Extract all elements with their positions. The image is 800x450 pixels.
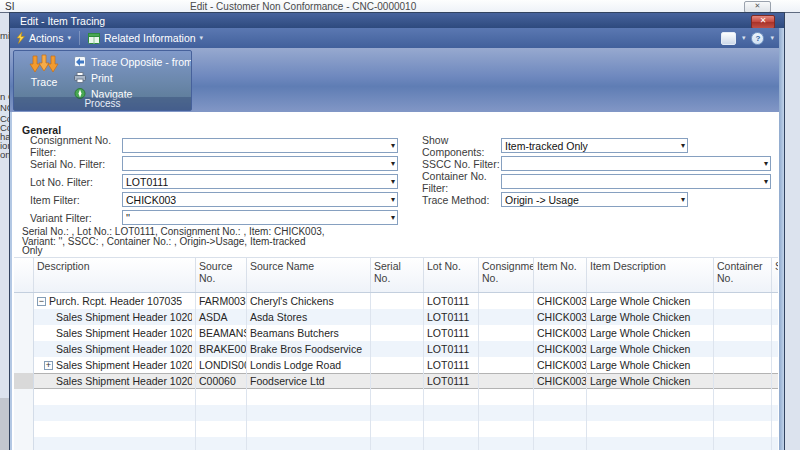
table-cell (772, 357, 778, 373)
table-cell (534, 405, 587, 421)
table-cell: FARM003 (196, 293, 247, 309)
column-header[interactable]: Container No. (714, 258, 772, 292)
table-cell (714, 309, 772, 325)
table-row[interactable]: Sales Shipment Header 102043C00060Foodse… (14, 373, 778, 389)
dropdown-arrow-icon[interactable]: ▾ (681, 195, 685, 204)
table-cell (714, 325, 772, 341)
close-button[interactable]: ✕ (751, 15, 775, 29)
chevron-down-icon[interactable]: ▾ (742, 34, 746, 42)
dropdown-arrow-icon[interactable]: ▾ (391, 213, 395, 222)
choose-pane-icon[interactable] (721, 32, 736, 45)
description-text: Sales Shipment Header 102041 (56, 343, 192, 355)
field-value: Item-tracked Only (505, 140, 588, 152)
filter-input[interactable]: Item-tracked Only▾ (501, 138, 688, 153)
dropdown-arrow-icon[interactable]: ▾ (764, 177, 768, 186)
table-cell (479, 421, 534, 437)
table-cell (772, 437, 778, 450)
table-cell: BRAKE001 (196, 341, 247, 357)
row-indicator (14, 389, 34, 405)
table-cell: Asda Stores (247, 309, 371, 325)
expand-icon[interactable]: + (44, 361, 53, 370)
table-cell (479, 325, 534, 341)
dropdown-arrow-icon[interactable]: ▾ (764, 159, 768, 168)
dropdown-arrow-icon[interactable]: ▾ (391, 141, 395, 150)
table-cell (371, 357, 424, 373)
column-header[interactable]: Lot No. (424, 258, 479, 292)
table-cell (424, 389, 479, 405)
table-row[interactable]: Sales Shipment Header 102039ASDAAsda Sto… (14, 309, 778, 325)
column-header[interactable]: Description (34, 258, 196, 292)
menu-separator (79, 31, 80, 45)
table-cell: LOT0111 (424, 341, 479, 357)
help-icon[interactable]: ? (751, 32, 764, 45)
item-tracing-window: Edit - Item Tracing ✕ Actions ▾ Related … (10, 13, 784, 450)
filter-input[interactable]: ▾ (122, 138, 398, 153)
empty-row (14, 389, 778, 405)
column-header[interactable]: Source Name (247, 258, 371, 292)
description-text: Purch. Rcpt. Header 107035 (49, 295, 182, 307)
column-header[interactable]: Serial No. (371, 258, 424, 292)
table-cell (587, 421, 714, 437)
filter-input[interactable]: ▾ (501, 156, 771, 171)
table-cell (371, 421, 424, 437)
table-cell (247, 389, 371, 405)
field-label: Container No. Filter: (422, 170, 501, 194)
column-header[interactable]: Item No. (534, 258, 587, 292)
table-cell (772, 421, 778, 437)
print-button[interactable]: Print (74, 71, 192, 84)
column-header[interactable]: Item Description (587, 258, 714, 292)
table-cell: LOT0111 (424, 357, 479, 373)
table-cell: Large Whole Chicken (587, 341, 714, 357)
table-header-indicator (14, 258, 34, 292)
dropdown-arrow-icon[interactable]: ▾ (391, 195, 395, 204)
table-row[interactable]: +Sales Shipment Header 102042LONDIS002Lo… (14, 357, 778, 373)
table-cell (714, 389, 772, 405)
table-cell (479, 389, 534, 405)
dropdown-arrow-icon[interactable]: ▾ (681, 141, 685, 150)
lightning-icon (16, 32, 25, 44)
filter-input[interactable]: ''▾ (122, 210, 398, 225)
trace-opposite-button[interactable]: Trace Opposite - from Line (74, 55, 192, 68)
item-tracing-titlebar[interactable]: Edit - Item Tracing ✕ (10, 13, 784, 28)
actions-menu-label: Actions (29, 32, 63, 44)
table-row[interactable]: Sales Shipment Header 102040BEAMANSBeama… (14, 325, 778, 341)
filter-input[interactable]: LOT0111▾ (122, 174, 398, 189)
table-cell (714, 357, 772, 373)
table-cell (479, 341, 534, 357)
filter-input[interactable]: Origin -> Usage▾ (501, 192, 688, 207)
dropdown-arrow-icon[interactable]: ▾ (391, 159, 395, 168)
filter-input[interactable]: ▾ (122, 156, 398, 171)
field-label: Trace Method: (422, 194, 501, 206)
filter-input[interactable]: ▾ (501, 174, 771, 189)
table-cell: LOT0111 (424, 309, 479, 325)
dropdown-arrow-icon[interactable]: ▾ (391, 177, 395, 186)
table-cell: Londis Lodge Road (247, 357, 371, 373)
column-header[interactable]: S (772, 258, 778, 292)
collapse-icon[interactable]: − (37, 297, 46, 306)
table-row[interactable]: Sales Shipment Header 102041BRAKE001Brak… (14, 341, 778, 357)
actions-menu[interactable]: Actions ▾ (10, 28, 77, 48)
related-information-menu[interactable]: Related Information ▾ (82, 28, 209, 48)
tree-spacer (44, 329, 56, 338)
filter-field-row: Serial No. Filter:▾ (30, 156, 398, 171)
table-cell (371, 437, 424, 450)
chevron-down-icon[interactable]: ▾ (770, 34, 774, 42)
filter-field-row: Lot No. Filter:LOT0111▾ (30, 174, 398, 189)
table-cell (479, 373, 534, 389)
trace-result-table: DescriptionSource No.Source NameSerial N… (14, 257, 778, 450)
table-body: −Purch. Rcpt. Header 107035FARM003Cheryl… (14, 293, 778, 450)
column-header[interactable]: Source No. (196, 258, 247, 292)
table-cell (371, 405, 424, 421)
table-cell: −Purch. Rcpt. Header 107035 (34, 293, 196, 309)
trace-summary: Serial No.: , Lot No.: LOT0111, Consignm… (22, 227, 442, 256)
trace-opposite-label: Trace Opposite - from Line (91, 56, 192, 68)
column-header[interactable]: Consignment No. (479, 258, 534, 292)
table-cell: BEAMANS (196, 325, 247, 341)
trace-button[interactable]: Trace (20, 54, 68, 96)
filter-input[interactable]: CHICK003▾ (122, 192, 398, 207)
table-cell: Brake Bros Foodservice (247, 341, 371, 357)
table-row[interactable]: −Purch. Rcpt. Header 107035FARM003Cheryl… (14, 293, 778, 309)
table-cell (196, 437, 247, 450)
table-cell (587, 405, 714, 421)
table-cell (534, 437, 587, 450)
